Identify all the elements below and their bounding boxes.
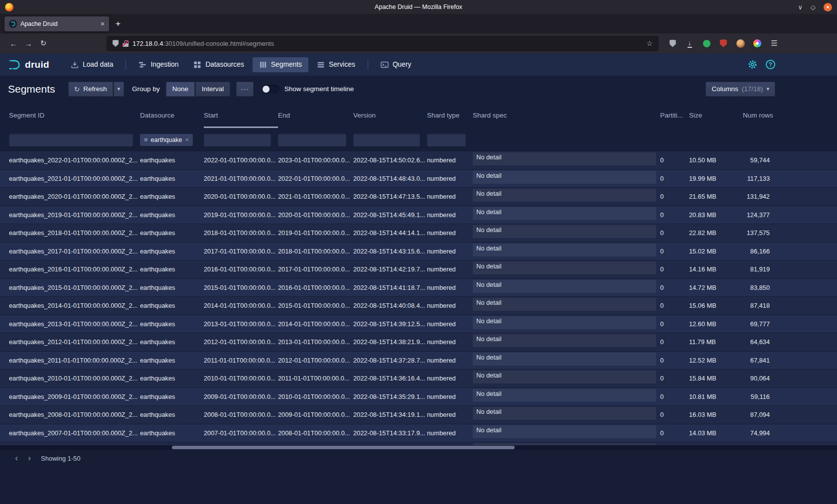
- segment-timeline-toggle[interactable]: [262, 85, 279, 94]
- filter-input-segment-id[interactable]: [9, 133, 133, 146]
- cell-size[interactable]: 15.02 MB: [689, 243, 743, 260]
- cell-num-rows[interactable]: 81,919: [743, 260, 780, 278]
- cell-end[interactable]: 2011-01-01T00:00:00.0...: [278, 370, 353, 387]
- cell-end[interactable]: 2022-01-01T00:00:00.0...: [278, 170, 353, 188]
- cell-shard-type[interactable]: numbered: [427, 260, 473, 278]
- filter-input-version[interactable]: [353, 133, 420, 146]
- cell-size[interactable]: 11.79 MB: [689, 333, 743, 351]
- cell-shard-type[interactable]: numbered: [427, 279, 473, 297]
- cell-partiti[interactable]: 0: [660, 315, 689, 333]
- cell-num-rows[interactable]: 131,942: [743, 188, 780, 206]
- maximize-button[interactable]: ◇: [811, 4, 816, 10]
- minimize-button[interactable]: ∨: [798, 4, 803, 10]
- extension-green-icon[interactable]: [699, 36, 713, 50]
- cell-version[interactable]: 2022-08-15T14:40:08.4...: [353, 297, 427, 315]
- cell-end[interactable]: 2019-01-01T00:00:00.0...: [278, 224, 353, 242]
- cell-size[interactable]: 20.83 MB: [689, 206, 743, 224]
- cell-size[interactable]: 10.50 MB: [689, 151, 743, 169]
- extension-ublock-icon[interactable]: [716, 36, 730, 50]
- cell-datasource[interactable]: earthquakes: [140, 206, 204, 224]
- cell-num-rows[interactable]: 59,116: [743, 388, 780, 406]
- cell-datasource[interactable]: earthquakes: [140, 424, 204, 442]
- cell-shard-type[interactable]: numbered: [427, 333, 473, 351]
- columns-button[interactable]: Columns (17/18) ▾: [705, 82, 775, 97]
- cell-num-rows[interactable]: 117,133: [743, 170, 780, 188]
- url-bar[interactable]: 172.18.0.4:30109/unified-console.html#se…: [107, 36, 659, 51]
- cell-datasource[interactable]: earthquakes: [140, 315, 204, 333]
- cell-datasource[interactable]: earthquakes: [140, 279, 204, 297]
- cell-partiti[interactable]: 0: [660, 406, 689, 424]
- cell-shard-spec[interactable]: No detail: [473, 352, 660, 370]
- cell-start[interactable]: 2020-01-01T00:00:00.0...: [204, 188, 278, 206]
- cell-end[interactable]: 2016-01-01T00:00:00.0...: [278, 279, 353, 297]
- cell-shard-spec[interactable]: No detail: [473, 388, 660, 406]
- cell-size[interactable]: 16.03 MB: [689, 406, 743, 424]
- profile-avatar-icon[interactable]: [733, 36, 747, 50]
- cell-end[interactable]: 2013-01-01T00:00:00.0...: [278, 333, 353, 351]
- cell-partiti[interactable]: 0: [660, 388, 689, 406]
- cell-end[interactable]: 2015-01-01T00:00:00.0...: [278, 297, 353, 315]
- cell-shard-type[interactable]: numbered: [427, 206, 473, 224]
- cell-partiti[interactable]: 0: [660, 206, 689, 224]
- cell-shard-type[interactable]: numbered: [427, 406, 473, 424]
- cell-version[interactable]: 2022-08-15T14:41:18.7...: [353, 279, 427, 297]
- cell-partiti[interactable]: 0: [660, 151, 689, 169]
- cell-start[interactable]: 2021-01-01T00:00:00.0...: [204, 170, 278, 188]
- cell-shard-spec[interactable]: No detail: [473, 151, 660, 169]
- tab-close-icon[interactable]: ×: [101, 20, 105, 28]
- druid-brand[interactable]: druid: [8, 59, 49, 71]
- cell-partiti[interactable]: 0: [660, 297, 689, 315]
- downloads-button[interactable]: ↓: [683, 36, 697, 50]
- more-options-button[interactable]: ···: [236, 82, 254, 97]
- cell-shard-spec[interactable]: No detail: [473, 170, 660, 188]
- cell-start[interactable]: 2013-01-01T00:00:00.0...: [204, 315, 278, 333]
- menu-button[interactable]: ☰: [767, 36, 781, 50]
- column-header-shard-type[interactable]: Shard type: [427, 102, 473, 128]
- cell-datasource[interactable]: earthquakes: [140, 151, 204, 169]
- cell-shard-spec[interactable]: No detail: [473, 297, 660, 315]
- forward-button[interactable]: →: [21, 36, 36, 51]
- cell-num-rows[interactable]: 64,634: [743, 333, 780, 351]
- cell-shard-spec[interactable]: No detail: [473, 424, 660, 442]
- column-header-size[interactable]: Size: [689, 102, 743, 128]
- cell-version[interactable]: 2022-08-15T14:48:43.0...: [353, 170, 427, 188]
- cell-version[interactable]: 2022-08-15T14:47:13.5...: [353, 188, 427, 206]
- cell-num-rows[interactable]: 59,744: [743, 151, 780, 169]
- cell-num-rows[interactable]: 90,064: [743, 370, 780, 387]
- cell-end[interactable]: 2012-01-01T00:00:00.0...: [278, 352, 353, 370]
- cell-end[interactable]: 2017-01-01T00:00:00.0...: [278, 260, 353, 278]
- cell-partiti[interactable]: 0: [660, 243, 689, 260]
- cell-end[interactable]: 2021-01-01T00:00:00.0...: [278, 188, 353, 206]
- next-page-button[interactable]: ›: [23, 452, 36, 465]
- cell-version[interactable]: 2022-08-15T14:50:02.6...: [353, 151, 427, 169]
- group-by-none[interactable]: None: [166, 82, 195, 97]
- cell-version[interactable]: 2022-08-15T14:43:15.6...: [353, 243, 427, 260]
- cell-shard-type[interactable]: numbered: [427, 388, 473, 406]
- nav-item-load-data[interactable]: Load data: [64, 57, 120, 72]
- nav-item-services[interactable]: Services: [310, 57, 362, 72]
- refresh-dropdown-button[interactable]: ▾: [114, 82, 125, 97]
- cell-start[interactable]: 2011-01-01T00:00:00.0...: [204, 352, 278, 370]
- cell-segment-id[interactable]: earthquakes_2010-01-01T00:00:00.000Z_2..…: [9, 370, 140, 387]
- cell-segment-id[interactable]: earthquakes_2015-01-01T00:00:00.000Z_2..…: [9, 279, 140, 297]
- filter-input-start[interactable]: [204, 133, 271, 146]
- cell-shard-spec[interactable]: No detail: [473, 315, 660, 333]
- tracking-protection-shield-icon[interactable]: [113, 40, 119, 47]
- cell-size[interactable]: 15.84 MB: [689, 370, 743, 387]
- cell-segment-id[interactable]: earthquakes_2011-01-01T00:00:00.000Z_2..…: [9, 352, 140, 370]
- cell-version[interactable]: 2022-08-15T14:44:14.1...: [353, 224, 427, 242]
- cell-start[interactable]: 2016-01-01T00:00:00.0...: [204, 260, 278, 278]
- cell-datasource[interactable]: earthquakes: [140, 297, 204, 315]
- cell-segment-id[interactable]: earthquakes_2007-01-01T00:00:00.000Z_2..…: [9, 424, 140, 442]
- cell-version[interactable]: 2022-08-15T14:35:29.1...: [353, 388, 427, 406]
- cell-shard-spec[interactable]: No detail: [473, 206, 660, 224]
- cell-size[interactable]: 12.60 MB: [689, 315, 743, 333]
- browser-tab[interactable]: Apache Druid ×: [4, 16, 109, 31]
- bookmark-star-icon[interactable]: ☆: [646, 39, 653, 47]
- cell-segment-id[interactable]: earthquakes_2019-01-01T00:00:00.000Z_2..…: [9, 206, 140, 224]
- cell-partiti[interactable]: 0: [660, 352, 689, 370]
- cell-start[interactable]: 2007-01-01T00:00:00.0...: [204, 424, 278, 442]
- cell-version[interactable]: 2022-08-15T14:39:12.5...: [353, 315, 427, 333]
- cell-datasource[interactable]: earthquakes: [140, 188, 204, 206]
- cell-segment-id[interactable]: earthquakes_2013-01-01T00:00:00.000Z_2..…: [9, 315, 140, 333]
